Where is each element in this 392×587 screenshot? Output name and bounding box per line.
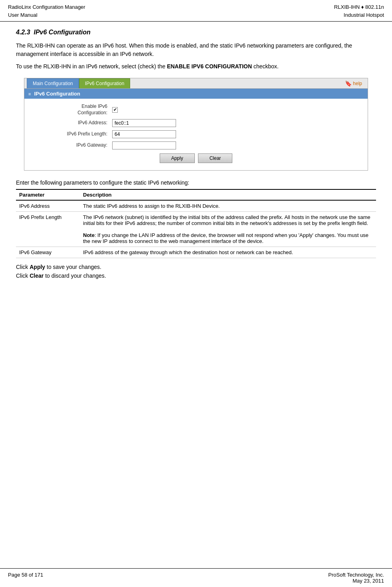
- manual-title: User Manual: [8, 11, 85, 19]
- ui-section-header: ≡ IPv6 Configuration: [24, 89, 368, 99]
- section-number: 4.2.3: [16, 29, 30, 36]
- tab-ipv6-configuration[interactable]: IPv6 Configuration: [79, 78, 131, 88]
- click-apply-text: Click Apply to save your changes.: [16, 264, 376, 270]
- param-desc-ipv6-gateway: IPv6 address of the gateway through whic…: [80, 247, 376, 258]
- help-link[interactable]: 🔖 help: [342, 79, 365, 88]
- body-para-2: To use the RLXIB-IHN in an IPv6 network,…: [16, 62, 376, 71]
- note-bold: Note: [83, 232, 95, 238]
- click-clear-text: Click Clear to discard your changes.: [16, 273, 376, 279]
- param-name-ipv6-address: IPv6 Address: [16, 200, 80, 212]
- product-subtitle: Industrial Hotspot: [334, 11, 384, 19]
- params-intro: Enter the following parameters to config…: [16, 179, 376, 186]
- enable-ipv6-label: Enable IPv6Configuration:: [32, 103, 112, 116]
- clear-button[interactable]: Clear: [198, 153, 233, 163]
- param-name-ipv6-gateway: IPv6 Gateway: [16, 247, 80, 258]
- app-title: RadioLinx Configuration Manager: [8, 3, 85, 11]
- form-buttons: Apply Clear: [32, 153, 360, 165]
- tab-main-configuration[interactable]: Main Configuration: [27, 78, 79, 88]
- main-content: 4.2.3 IPv6 Configuration The RLXIB-IHN c…: [0, 22, 392, 289]
- form-row-enable: Enable IPv6Configuration: ✔: [32, 103, 360, 116]
- page-footer: Page 58 of 171 ProSoft Technology, Inc. …: [0, 568, 392, 587]
- header-left: RadioLinx Configuration Manager User Man…: [8, 3, 85, 19]
- params-table: Parameter Description IPv6 Address The s…: [16, 189, 376, 258]
- table-row: IPv6 Prefix Length The IPv6 network (sub…: [16, 212, 376, 247]
- para2-suffix: checkbox.: [252, 63, 279, 70]
- param-desc-ipv6-address: The static IPv6 address to assign to the…: [80, 200, 376, 212]
- body-para-1: The RLXIB-IHN can operate as an IPv6 hos…: [16, 42, 376, 58]
- section-bar-icon: ≡: [28, 92, 31, 96]
- param-desc-prefix-length: The IPv6 network (subnet) is identified …: [80, 212, 376, 247]
- enable-ipv6-checkbox[interactable]: ✔: [112, 107, 118, 113]
- footer-page-number: Page 58 of 171: [8, 572, 43, 584]
- footer-company: ProSoft Technology, Inc.: [328, 572, 384, 578]
- form-row-ipv6-gateway: IPv6 Gateway:: [32, 141, 360, 149]
- header-right: RLXIB-IHN ♦ 802.11n Industrial Hotspot: [334, 3, 384, 19]
- ipv6-address-input[interactable]: [112, 119, 176, 127]
- ipv6-gateway-input[interactable]: [112, 141, 176, 149]
- help-icon: 🔖: [345, 80, 352, 87]
- note-text: : If you change the LAN IP address of th…: [83, 232, 368, 244]
- ui-form: Enable IPv6Configuration: ✔ IPv6 Address…: [24, 99, 368, 170]
- para2-prefix: To use the RLXIB-IHN in an IPv6 network,…: [16, 63, 167, 70]
- form-row-prefix-length: IPv6 Prefix Length:: [32, 130, 360, 138]
- footer-right: ProSoft Technology, Inc. May 23, 2011: [328, 572, 384, 584]
- para2-bold: ENABLE IPV6 CONFIGURATION: [167, 63, 252, 70]
- ipv6-gateway-label: IPv6 Gateway:: [32, 142, 112, 149]
- product-name: RLXIB-IHN ♦ 802.11n: [334, 3, 384, 11]
- table-header-row: Parameter Description: [16, 189, 376, 200]
- apply-button[interactable]: Apply: [160, 153, 195, 163]
- section-heading: 4.2.3 IPv6 Configuration: [16, 29, 376, 36]
- ui-section-title: IPv6 Configuration: [34, 91, 80, 97]
- param-name-prefix-length: IPv6 Prefix Length: [16, 212, 80, 247]
- form-row-ipv6-address: IPv6 Address:: [32, 119, 360, 127]
- table-row: IPv6 Gateway IPv6 address of the gateway…: [16, 247, 376, 258]
- section-title: IPv6 Configuration: [34, 29, 90, 36]
- col-header-param: Parameter: [16, 189, 80, 200]
- ipv6-address-label: IPv6 Address:: [32, 120, 112, 126]
- tabs-row: Main Configuration IPv6 Configuration 🔖 …: [24, 78, 368, 89]
- prefix-length-input[interactable]: [112, 130, 176, 138]
- col-header-desc: Description: [80, 189, 376, 200]
- ui-screenshot-box: Main Configuration IPv6 Configuration 🔖 …: [24, 78, 368, 171]
- footer-date: May 23, 2011: [328, 578, 384, 584]
- page-header: RadioLinx Configuration Manager User Man…: [0, 0, 392, 22]
- table-row: IPv6 Address The static IPv6 address to …: [16, 200, 376, 212]
- prefix-length-label: IPv6 Prefix Length:: [32, 131, 112, 137]
